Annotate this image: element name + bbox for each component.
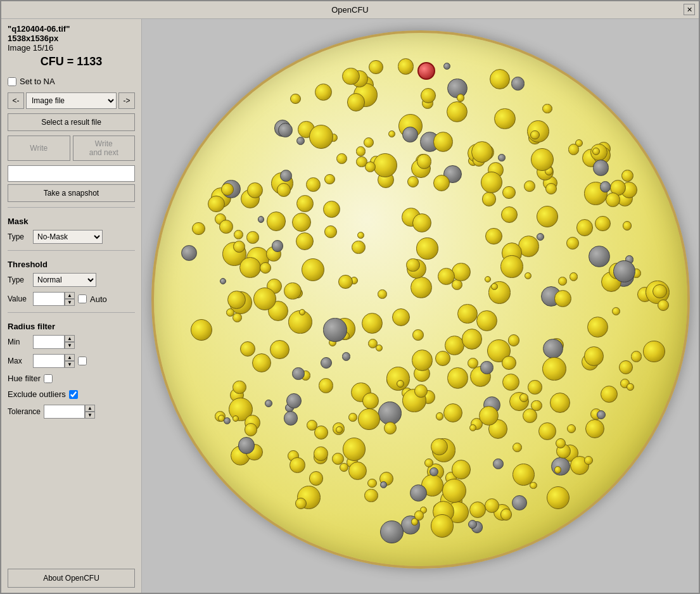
colony [416, 237, 438, 259]
image-viewer [142, 19, 699, 593]
main-window: OpenCFU ✕ "q120404-06.tif" 1538x1536px I… [0, 0, 700, 594]
hue-filter-checkbox[interactable] [44, 374, 53, 383]
colony [627, 383, 634, 391]
colony [502, 374, 519, 391]
colony [324, 225, 338, 239]
radius-max-up[interactable]: ▲ [65, 354, 75, 361]
threshold-spin-down[interactable]: ▼ [65, 299, 75, 306]
colony [452, 460, 471, 479]
colony [270, 340, 290, 360]
nav-prev-button[interactable]: <- [8, 92, 24, 109]
about-button[interactable]: About OpenCFU [8, 569, 135, 588]
colony [407, 176, 419, 187]
colony [356, 146, 366, 156]
colony [232, 313, 242, 322]
dimensions-label: 1538x1536px [8, 34, 135, 43]
radius-min-down[interactable]: ▼ [65, 342, 75, 349]
radius-min-up[interactable]: ▲ [65, 335, 75, 342]
colony [412, 213, 431, 232]
colony [593, 160, 609, 176]
set-to-na-checkbox[interactable] [8, 77, 16, 86]
radius-min-input[interactable]: 2 [33, 335, 65, 349]
tolerance-up[interactable]: ▲ [85, 405, 95, 412]
colony [296, 137, 305, 145]
colony [410, 277, 431, 298]
colony [342, 68, 360, 85]
colony [567, 424, 576, 433]
colony [343, 438, 366, 460]
threshold-spin-arrows: ▲ ▼ [65, 292, 75, 306]
colony [302, 258, 324, 281]
auto-checkbox[interactable] [78, 294, 87, 303]
filename-label: "q120404-06.tif" [8, 24, 135, 34]
colony [388, 130, 395, 137]
colony [619, 360, 633, 374]
colony [550, 393, 570, 413]
colony [338, 275, 353, 289]
write-button[interactable]: Write [8, 136, 70, 161]
tolerance-input[interactable]: 13.00 [44, 405, 85, 419]
radius-max-down[interactable]: ▼ [65, 361, 75, 368]
colony [476, 310, 497, 331]
colony [485, 228, 502, 244]
colony [436, 412, 444, 420]
colony [306, 177, 321, 192]
radius-max-input[interactable]: 10 [33, 354, 65, 368]
colony [530, 482, 537, 489]
colony [479, 406, 499, 426]
colony [284, 411, 298, 426]
colony [558, 277, 567, 286]
mask-section-label: Mask [8, 217, 135, 226]
colony [554, 290, 571, 307]
close-button[interactable]: ✕ [684, 4, 695, 15]
colony [292, 367, 305, 380]
select-result-button[interactable]: Select a result file [8, 113, 135, 131]
threshold-type-row: Type Normal Otsu Manual [8, 273, 135, 287]
colony [525, 272, 531, 279]
mask-type-select[interactable]: No-Mask Circle Rectangle [33, 230, 103, 244]
colony [531, 148, 554, 171]
colony [324, 174, 335, 185]
colony [314, 446, 328, 461]
radius-max-label: Max [8, 357, 30, 365]
threshold-spin-up[interactable]: ▲ [65, 292, 75, 299]
threshold-type-select[interactable]: Normal Otsu Manual [33, 273, 96, 287]
tolerance-row: Tolerance 13.00 ▲ ▼ [8, 405, 135, 419]
nav-type-select[interactable]: Image file [26, 92, 117, 109]
nav-next-button[interactable]: -> [118, 92, 135, 109]
colony [232, 415, 239, 422]
colony [491, 283, 498, 290]
petri-dish [151, 30, 690, 569]
colony [538, 422, 556, 440]
colony [369, 60, 383, 75]
colony [397, 380, 404, 388]
colony [290, 94, 301, 104]
colony [348, 413, 357, 422]
radius-min-label: Min [8, 338, 30, 346]
colony [542, 104, 552, 114]
snapshot-button[interactable]: Take a snapshot [8, 184, 135, 202]
colony [494, 108, 516, 130]
colony [643, 341, 665, 362]
colony [315, 84, 332, 101]
radius-max-checkbox[interactable] [78, 357, 87, 365]
filename-field[interactable]: q120404-06.tif [8, 165, 135, 182]
colony [192, 222, 205, 235]
threshold-value-label: Value [8, 294, 30, 303]
colony [457, 304, 477, 324]
tolerance-down[interactable]: ▼ [85, 412, 95, 419]
colony [296, 195, 314, 212]
exclude-outliers-row: Exclude outliers [8, 389, 135, 399]
colony [284, 282, 301, 300]
colony [336, 153, 347, 164]
set-to-na-row: Set to NA [8, 77, 135, 86]
colony [501, 206, 518, 224]
radius-min-arrows: ▲ ▼ [65, 335, 75, 349]
colony [224, 417, 231, 424]
exclude-outliers-checkbox[interactable] [69, 390, 78, 399]
colony [584, 456, 593, 465]
colony [323, 201, 340, 218]
write-and-next-button[interactable]: Write and next [73, 136, 136, 161]
threshold-value-input[interactable]: 7 [33, 292, 65, 306]
colony [246, 231, 259, 244]
